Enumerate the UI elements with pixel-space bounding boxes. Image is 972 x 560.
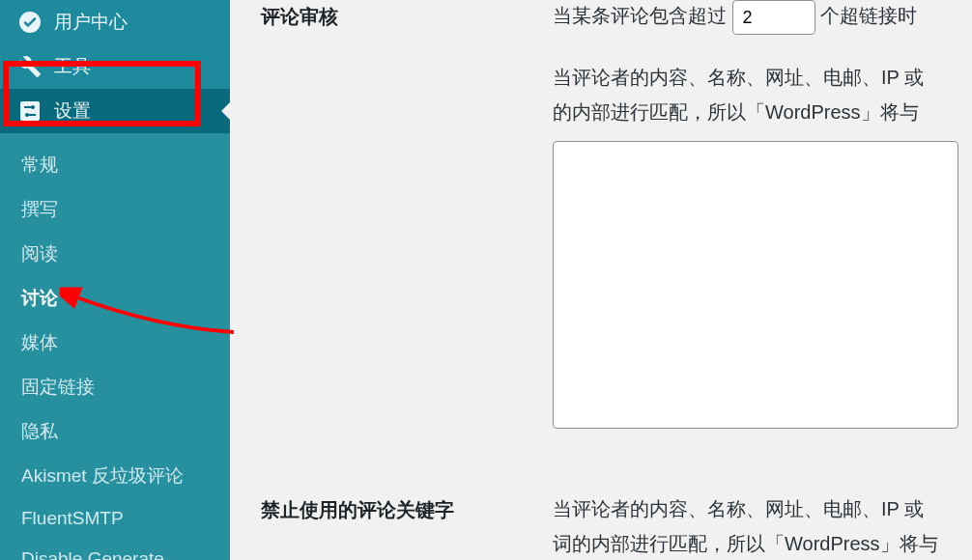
moderation-desc-line2: 的内部进行匹配，所以「WordPress」将与 <box>553 97 972 127</box>
submenu-item-privacy[interactable]: 隐私 <box>0 409 230 454</box>
svg-point-3 <box>25 113 29 117</box>
settings-submenu: 常规 撰写 阅读 讨论 媒体 固定链接 隐私 Akismet 反垃圾评论 Flu… <box>0 133 230 560</box>
svg-rect-1 <box>20 101 40 121</box>
comment-moderation-field: 当某条评论包含超过 个超链接时 当评论者的内容、名称、网址、电邮、IP 或 的内… <box>553 0 972 437</box>
sidebar-item-tools[interactable]: 工具 <box>0 44 230 89</box>
submenu-item-reading[interactable]: 阅读 <box>0 232 230 276</box>
disallowed-keys-label: 禁止使用的评论关键字 <box>261 493 553 560</box>
link-count-input[interactable] <box>732 0 815 35</box>
disallowed-keys-field: 当评论者的内容、名称、网址、电邮、IP 或 词的内部进行匹配，所以「WordPr… <box>553 493 972 560</box>
submenu-item-discussion[interactable]: 讨论 <box>0 276 230 321</box>
sidebar-label: 设置 <box>54 98 91 124</box>
text-suffix: 个超链接时 <box>820 5 917 26</box>
wrench-icon <box>17 54 43 79</box>
moderation-keys-textarea[interactable] <box>553 141 958 429</box>
sidebar-item-settings[interactable]: 设置 <box>0 89 230 133</box>
submenu-item-media[interactable]: 媒体 <box>0 321 230 365</box>
disallowed-desc-line2: 词的内部进行匹配，所以「WordPress」将与 <box>553 528 972 559</box>
submenu-item-general[interactable]: 常规 <box>0 143 230 187</box>
submenu-item-permalinks[interactable]: 固定链接 <box>0 365 230 409</box>
comment-moderation-label: 评论审核 <box>261 0 553 437</box>
moderation-desc-line1: 当评论者的内容、名称、网址、电邮、IP 或 <box>553 62 972 93</box>
main-content: 评论审核 当某条评论包含超过 个超链接时 当评论者的内容、名称、网址、电邮、IP… <box>230 0 972 560</box>
comment-moderation-row: 评论审核 当某条评论包含超过 个超链接时 当评论者的内容、名称、网址、电邮、IP… <box>261 0 972 437</box>
text-prefix: 当某条评论包含超过 <box>553 5 727 26</box>
sidebar-label: 用户中心 <box>54 10 128 35</box>
link-count-line: 当某条评论包含超过 个超链接时 <box>553 0 972 35</box>
disallowed-keys-row: 禁止使用的评论关键字 当评论者的内容、名称、网址、电邮、IP 或 词的内部进行匹… <box>261 493 972 560</box>
submenu-item-fluentsmtp[interactable]: FluentSMTP <box>0 498 230 539</box>
submenu-item-writing[interactable]: 撰写 <box>0 187 230 232</box>
sidebar-label: 工具 <box>54 54 91 79</box>
user-check-icon <box>17 10 43 35</box>
sliders-icon <box>17 98 43 124</box>
admin-sidebar: 用户中心 工具 设置 常规 撰写 阅读 讨论 媒体 固定链接 隐私 Akisme… <box>0 0 230 560</box>
submenu-item-akismet[interactable]: Akismet 反垃圾评论 <box>0 454 230 498</box>
sidebar-item-user-center[interactable]: 用户中心 <box>0 0 230 44</box>
submenu-item-disable-generate[interactable]: Disable Generate <box>0 539 230 560</box>
svg-point-2 <box>31 105 35 109</box>
disallowed-desc-line1: 当评论者的内容、名称、网址、电邮、IP 或 <box>553 493 972 524</box>
